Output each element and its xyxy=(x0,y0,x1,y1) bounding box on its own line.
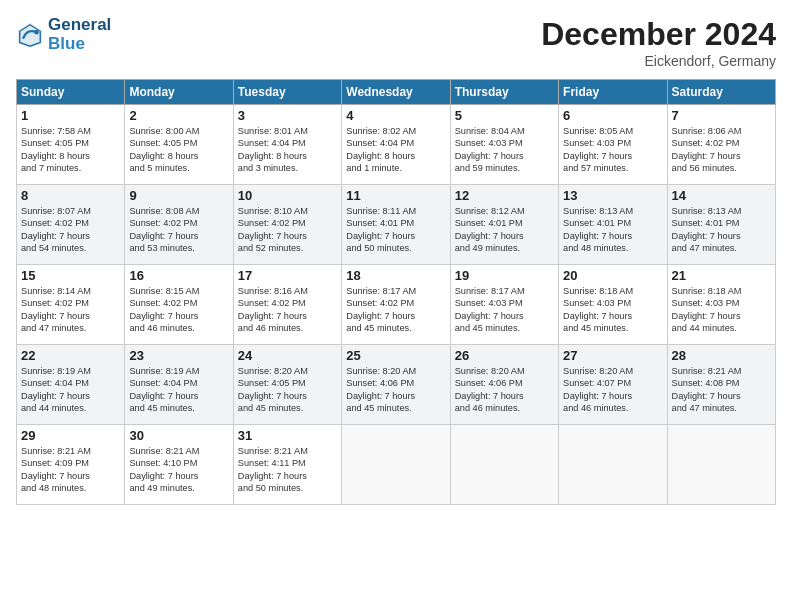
day-info: Sunrise: 8:14 AM Sunset: 4:02 PM Dayligh… xyxy=(21,285,120,335)
day-number: 3 xyxy=(238,108,337,123)
day-number: 4 xyxy=(346,108,445,123)
day-info: Sunrise: 8:08 AM Sunset: 4:02 PM Dayligh… xyxy=(129,205,228,255)
calendar-cell: 28Sunrise: 8:21 AM Sunset: 4:08 PM Dayli… xyxy=(667,345,775,425)
day-info: Sunrise: 8:01 AM Sunset: 4:04 PM Dayligh… xyxy=(238,125,337,175)
day-info: Sunrise: 8:21 AM Sunset: 4:10 PM Dayligh… xyxy=(129,445,228,495)
day-header-friday: Friday xyxy=(559,80,667,105)
day-header-tuesday: Tuesday xyxy=(233,80,341,105)
week-row-1: 1Sunrise: 7:58 AM Sunset: 4:05 PM Daylig… xyxy=(17,105,776,185)
day-number: 17 xyxy=(238,268,337,283)
day-number: 2 xyxy=(129,108,228,123)
day-number: 15 xyxy=(21,268,120,283)
day-info: Sunrise: 8:10 AM Sunset: 4:02 PM Dayligh… xyxy=(238,205,337,255)
month-title: December 2024 xyxy=(541,16,776,53)
calendar-cell xyxy=(667,425,775,505)
day-header-sunday: Sunday xyxy=(17,80,125,105)
calendar-cell: 18Sunrise: 8:17 AM Sunset: 4:02 PM Dayli… xyxy=(342,265,450,345)
day-number: 20 xyxy=(563,268,662,283)
page-header: General Blue December 2024 Eickendorf, G… xyxy=(16,16,776,69)
calendar-cell: 5Sunrise: 8:04 AM Sunset: 4:03 PM Daylig… xyxy=(450,105,558,185)
day-number: 9 xyxy=(129,188,228,203)
day-info: Sunrise: 8:13 AM Sunset: 4:01 PM Dayligh… xyxy=(672,205,771,255)
day-info: Sunrise: 8:18 AM Sunset: 4:03 PM Dayligh… xyxy=(672,285,771,335)
day-number: 11 xyxy=(346,188,445,203)
day-info: Sunrise: 8:07 AM Sunset: 4:02 PM Dayligh… xyxy=(21,205,120,255)
day-number: 24 xyxy=(238,348,337,363)
day-number: 21 xyxy=(672,268,771,283)
calendar-cell: 23Sunrise: 8:19 AM Sunset: 4:04 PM Dayli… xyxy=(125,345,233,425)
week-row-5: 29Sunrise: 8:21 AM Sunset: 4:09 PM Dayli… xyxy=(17,425,776,505)
day-info: Sunrise: 8:15 AM Sunset: 4:02 PM Dayligh… xyxy=(129,285,228,335)
calendar-cell: 22Sunrise: 8:19 AM Sunset: 4:04 PM Dayli… xyxy=(17,345,125,425)
day-number: 12 xyxy=(455,188,554,203)
day-header-monday: Monday xyxy=(125,80,233,105)
day-number: 7 xyxy=(672,108,771,123)
calendar-cell: 12Sunrise: 8:12 AM Sunset: 4:01 PM Dayli… xyxy=(450,185,558,265)
calendar-cell: 21Sunrise: 8:18 AM Sunset: 4:03 PM Dayli… xyxy=(667,265,775,345)
location-subtitle: Eickendorf, Germany xyxy=(541,53,776,69)
svg-point-2 xyxy=(34,30,39,35)
day-number: 27 xyxy=(563,348,662,363)
day-number: 19 xyxy=(455,268,554,283)
day-number: 10 xyxy=(238,188,337,203)
calendar-cell: 4Sunrise: 8:02 AM Sunset: 4:04 PM Daylig… xyxy=(342,105,450,185)
day-number: 1 xyxy=(21,108,120,123)
day-number: 6 xyxy=(563,108,662,123)
day-info: Sunrise: 8:20 AM Sunset: 4:06 PM Dayligh… xyxy=(455,365,554,415)
day-info: Sunrise: 8:00 AM Sunset: 4:05 PM Dayligh… xyxy=(129,125,228,175)
week-row-3: 15Sunrise: 8:14 AM Sunset: 4:02 PM Dayli… xyxy=(17,265,776,345)
calendar-cell: 24Sunrise: 8:20 AM Sunset: 4:05 PM Dayli… xyxy=(233,345,341,425)
day-info: Sunrise: 8:21 AM Sunset: 4:08 PM Dayligh… xyxy=(672,365,771,415)
calendar-cell: 25Sunrise: 8:20 AM Sunset: 4:06 PM Dayli… xyxy=(342,345,450,425)
calendar-cell: 20Sunrise: 8:18 AM Sunset: 4:03 PM Dayli… xyxy=(559,265,667,345)
day-info: Sunrise: 8:04 AM Sunset: 4:03 PM Dayligh… xyxy=(455,125,554,175)
day-info: Sunrise: 8:05 AM Sunset: 4:03 PM Dayligh… xyxy=(563,125,662,175)
page-container: General Blue December 2024 Eickendorf, G… xyxy=(0,0,792,612)
day-number: 22 xyxy=(21,348,120,363)
logo-icon xyxy=(16,21,44,49)
week-row-2: 8Sunrise: 8:07 AM Sunset: 4:02 PM Daylig… xyxy=(17,185,776,265)
calendar-cell xyxy=(342,425,450,505)
calendar-cell: 2Sunrise: 8:00 AM Sunset: 4:05 PM Daylig… xyxy=(125,105,233,185)
day-info: Sunrise: 8:20 AM Sunset: 4:07 PM Dayligh… xyxy=(563,365,662,415)
day-number: 28 xyxy=(672,348,771,363)
day-info: Sunrise: 8:20 AM Sunset: 4:05 PM Dayligh… xyxy=(238,365,337,415)
calendar-cell: 16Sunrise: 8:15 AM Sunset: 4:02 PM Dayli… xyxy=(125,265,233,345)
day-info: Sunrise: 8:19 AM Sunset: 4:04 PM Dayligh… xyxy=(21,365,120,415)
day-number: 13 xyxy=(563,188,662,203)
calendar-cell xyxy=(450,425,558,505)
day-info: Sunrise: 8:16 AM Sunset: 4:02 PM Dayligh… xyxy=(238,285,337,335)
day-number: 26 xyxy=(455,348,554,363)
day-info: Sunrise: 8:12 AM Sunset: 4:01 PM Dayligh… xyxy=(455,205,554,255)
day-number: 31 xyxy=(238,428,337,443)
day-number: 23 xyxy=(129,348,228,363)
day-info: Sunrise: 8:17 AM Sunset: 4:02 PM Dayligh… xyxy=(346,285,445,335)
calendar-cell: 9Sunrise: 8:08 AM Sunset: 4:02 PM Daylig… xyxy=(125,185,233,265)
calendar-cell: 30Sunrise: 8:21 AM Sunset: 4:10 PM Dayli… xyxy=(125,425,233,505)
day-info: Sunrise: 8:20 AM Sunset: 4:06 PM Dayligh… xyxy=(346,365,445,415)
day-number: 18 xyxy=(346,268,445,283)
calendar-cell: 29Sunrise: 8:21 AM Sunset: 4:09 PM Dayli… xyxy=(17,425,125,505)
day-number: 14 xyxy=(672,188,771,203)
day-number: 16 xyxy=(129,268,228,283)
day-info: Sunrise: 8:18 AM Sunset: 4:03 PM Dayligh… xyxy=(563,285,662,335)
day-header-thursday: Thursday xyxy=(450,80,558,105)
day-header-wednesday: Wednesday xyxy=(342,80,450,105)
calendar-cell: 1Sunrise: 7:58 AM Sunset: 4:05 PM Daylig… xyxy=(17,105,125,185)
day-number: 5 xyxy=(455,108,554,123)
day-info: Sunrise: 8:17 AM Sunset: 4:03 PM Dayligh… xyxy=(455,285,554,335)
day-info: Sunrise: 8:13 AM Sunset: 4:01 PM Dayligh… xyxy=(563,205,662,255)
calendar-cell: 8Sunrise: 8:07 AM Sunset: 4:02 PM Daylig… xyxy=(17,185,125,265)
day-info: Sunrise: 8:21 AM Sunset: 4:11 PM Dayligh… xyxy=(238,445,337,495)
logo-text: General Blue xyxy=(48,16,111,53)
calendar-cell: 19Sunrise: 8:17 AM Sunset: 4:03 PM Dayli… xyxy=(450,265,558,345)
calendar-cell: 13Sunrise: 8:13 AM Sunset: 4:01 PM Dayli… xyxy=(559,185,667,265)
day-number: 8 xyxy=(21,188,120,203)
day-info: Sunrise: 8:19 AM Sunset: 4:04 PM Dayligh… xyxy=(129,365,228,415)
day-number: 29 xyxy=(21,428,120,443)
calendar-cell: 26Sunrise: 8:20 AM Sunset: 4:06 PM Dayli… xyxy=(450,345,558,425)
title-block: December 2024 Eickendorf, Germany xyxy=(541,16,776,69)
logo: General Blue xyxy=(16,16,111,53)
calendar-cell: 14Sunrise: 8:13 AM Sunset: 4:01 PM Dayli… xyxy=(667,185,775,265)
calendar-cell: 15Sunrise: 8:14 AM Sunset: 4:02 PM Dayli… xyxy=(17,265,125,345)
